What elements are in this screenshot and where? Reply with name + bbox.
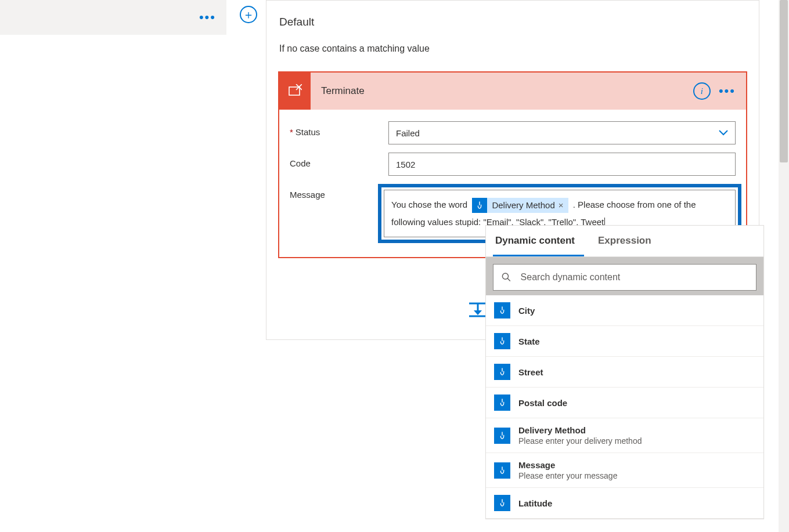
insert-step-icon [468,301,488,317]
token-label: Delivery Method [492,197,554,214]
dynamic-item-name: Delivery Method [518,425,642,435]
dynamic-token-delivery-method[interactable]: Delivery Method × [472,198,568,213]
dynamic-item-desc: Please enter your message [518,471,617,480]
code-input[interactable]: 1502 [388,153,736,176]
chevron-down-icon [719,128,728,138]
terminate-icon [279,73,311,110]
code-row: Code 1502 [290,153,736,176]
dynamic-item-name: Postal code [518,398,567,408]
status-select[interactable]: Failed [388,121,736,144]
dynamic-item[interactable]: Street [486,357,763,388]
dynamic-item-desc: Please enter your delivery method [518,436,642,446]
action-title: Terminate [311,85,693,97]
dynamic-item-name: State [518,336,540,346]
case-subtitle: If no case contains a matching value [266,38,759,71]
dynamic-content-list: CityStateStreetPostal codeDelivery Metho… [486,295,763,519]
dynamic-item[interactable]: Delivery MethodPlease enter your deliver… [486,418,763,453]
info-icon[interactable]: i [693,82,711,100]
touch-icon [494,364,510,380]
collapsed-case-card: ••• [0,0,226,35]
svg-point-6 [502,273,508,279]
dynamic-item[interactable]: Latitude [486,488,763,519]
token-remove-button[interactable]: × [559,197,564,214]
code-value: 1502 [396,160,415,169]
touch-icon [494,302,510,319]
case-menu-button[interactable]: ••• [199,10,216,25]
touch-icon [494,428,510,444]
search-icon [502,272,511,283]
dynamic-search-wrap [486,257,763,295]
vertical-scrollbar[interactable] [779,0,789,532]
touch-icon [494,495,510,511]
message-label: Message [290,184,388,200]
touch-icon [494,395,510,411]
action-menu-button[interactable]: ••• [719,84,736,99]
dynamic-search[interactable] [493,264,756,291]
action-header[interactable]: Terminate i ••• [279,73,746,110]
status-row: Status Failed [290,121,736,144]
tab-expression[interactable]: Expression [596,226,661,256]
dynamic-item-name: Message [518,460,617,470]
code-label: Code [290,153,388,168]
touch-icon [494,462,510,479]
status-label: Status [290,121,388,137]
case-title: Default [266,1,759,38]
add-case-button[interactable]: ＋ [240,6,257,23]
svg-line-7 [507,278,510,281]
dynamic-item[interactable]: MessagePlease enter your message [486,453,763,488]
dynamic-search-input[interactable] [521,272,748,283]
dynamic-item[interactable]: Postal code [486,388,763,418]
plus-icon: ＋ [243,9,254,20]
dynamic-content-panel: Dynamic content Expression CityStateStre… [485,225,764,519]
touch-icon [472,198,487,213]
dynamic-tabs: Dynamic content Expression [486,226,763,257]
message-text-pre: You chose the word [391,200,467,209]
dynamic-item-name: City [518,306,535,316]
tab-dynamic-content[interactable]: Dynamic content [493,226,584,256]
dynamic-item[interactable]: State [486,326,763,357]
dynamic-item[interactable]: City [486,295,763,326]
scrollbar-thumb[interactable] [780,0,788,162]
dynamic-item-name: Latitude [518,498,552,508]
dynamic-item-name: Street [518,367,543,377]
status-value: Failed [396,128,420,138]
touch-icon [494,333,510,349]
